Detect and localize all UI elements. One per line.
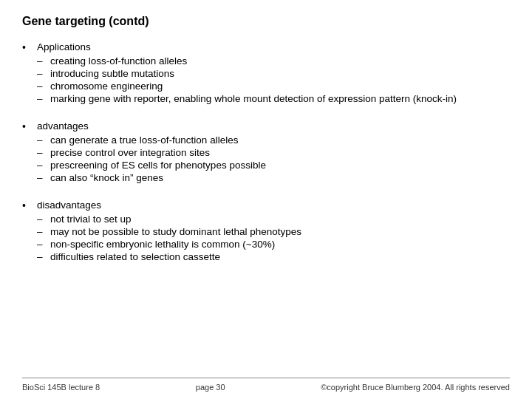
footer-center: page 30: [196, 383, 225, 392]
list-item: –marking gene with reporter, enabling wh…: [37, 93, 510, 104]
section-2: •disadvantages–not trivial to set up–may…: [22, 200, 510, 264]
list-item-text: creating loss-of-function alleles: [50, 55, 510, 66]
list-item: –chromosome engineering: [37, 81, 510, 92]
list-item: –prescreening of ES cells for phenotypes…: [37, 160, 510, 171]
list-item-text: can generate a true loss-of-function all…: [50, 134, 510, 146]
section-content-2: disadvantages–not trivial to set up–may …: [37, 200, 510, 264]
dash-icon: –: [37, 134, 50, 146]
section-content-0: Applications–creating loss-of-function a…: [37, 41, 510, 106]
dash-icon: –: [37, 226, 50, 237]
list-item-text: precise control over integration sites: [50, 147, 510, 158]
list-item-text: introducing subtle mutations: [50, 68, 510, 79]
list-item: –precise control over integration sites: [37, 147, 510, 158]
dash-icon: –: [37, 93, 50, 104]
dash-icon: –: [37, 214, 50, 225]
dash-icon: –: [37, 239, 50, 250]
section-1: •advantages–can generate a true loss-of-…: [22, 120, 510, 185]
dash-icon: –: [37, 68, 50, 79]
dash-icon: –: [37, 81, 50, 92]
footer-right: ©copyright Bruce Blumberg 2004. All righ…: [321, 383, 510, 392]
list-item-text: difficulties related to selection casset…: [50, 251, 510, 262]
sub-list-2: –not trivial to set up–may not be possib…: [37, 214, 510, 262]
bullet-icon: •: [22, 120, 37, 132]
list-item: –creating loss-of-function alleles: [37, 55, 510, 66]
sub-list-1: –can generate a true loss-of-function al…: [37, 134, 510, 183]
dash-icon: –: [37, 147, 50, 158]
footer-left: BioSci 145B lecture 8: [22, 383, 100, 392]
list-item: –not trivial to set up: [37, 214, 510, 225]
slide-content: Gene targeting (contd) •Applications–cre…: [22, 15, 510, 378]
list-item-text: marking gene with reporter, enabling who…: [50, 93, 510, 104]
section-heading-2: disadvantages: [37, 200, 510, 211]
list-item-text: prescreening of ES cells for phenotypes …: [50, 160, 510, 171]
dash-icon: –: [37, 55, 50, 66]
dash-icon: –: [37, 172, 50, 183]
dash-icon: –: [37, 251, 50, 262]
list-item: –difficulties related to selection casse…: [37, 251, 510, 262]
list-item: –may not be possible to study dominant l…: [37, 226, 510, 237]
list-item-text: non-specific embryonic lethality is comm…: [50, 239, 510, 250]
list-item-text: not trivial to set up: [50, 214, 510, 225]
list-item-text: chromosome engineering: [50, 81, 510, 92]
list-item: –non-specific embryonic lethality is com…: [37, 239, 510, 250]
sub-list-0: –creating loss-of-function alleles–intro…: [37, 55, 510, 104]
section-0: •Applications–creating loss-of-function …: [22, 41, 510, 106]
section-heading-1: advantages: [37, 120, 510, 132]
list-item: –can also “knock in” genes: [37, 172, 510, 183]
bullet-icon: •: [22, 41, 37, 53]
dash-icon: –: [37, 160, 50, 171]
list-item: –can generate a true loss-of-function al…: [37, 134, 510, 146]
list-item: –introducing subtle mutations: [37, 68, 510, 79]
slide-title: Gene targeting (contd): [22, 15, 510, 28]
section-content-1: advantages–can generate a true loss-of-f…: [37, 120, 510, 185]
bullet-icon: •: [22, 200, 37, 211]
section-heading-0: Applications: [37, 41, 510, 52]
list-item-text: may not be possible to study dominant le…: [50, 226, 510, 237]
slide-container: Gene targeting (contd) •Applications–cre…: [0, 0, 532, 399]
slide-footer: BioSci 145B lecture 8 page 30 ©copyright…: [22, 378, 510, 392]
list-item-text: can also “knock in” genes: [50, 172, 510, 183]
